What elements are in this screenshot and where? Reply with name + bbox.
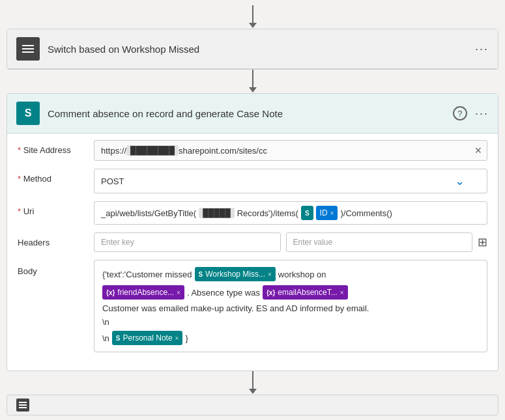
body-line-4: \n <box>102 317 479 327</box>
sharepoint-icon: S <box>16 102 40 125</box>
method-chevron-icon: ⌄ <box>455 174 465 188</box>
bottom-card <box>7 395 498 415</box>
svg-rect-0 <box>22 45 34 46</box>
headers-key-input[interactable]: Enter key <box>94 232 281 252</box>
workshop-chip-close-icon[interactable]: × <box>268 271 272 278</box>
body-line-5: \n S Personal Note × } <box>102 331 479 345</box>
personal-note-close-icon[interactable]: × <box>175 335 179 342</box>
uri-prefix-text: _api/web/lists/GetByTitle( <box>101 208 196 218</box>
body-newline-1: \n <box>102 317 109 327</box>
flow-arrow-bottom <box>252 371 253 389</box>
svg-rect-2 <box>22 51 34 53</box>
switch-card-more-button[interactable]: ··· <box>475 42 489 56</box>
method-label: * Method <box>18 169 86 184</box>
uri-row: * Uri _api/web/lists/GetByTitle(█████ Re… <box>18 201 487 225</box>
friend-chip-close-icon[interactable]: × <box>177 289 180 296</box>
svg-rect-5 <box>19 407 27 408</box>
headers-row: Headers Enter key Enter value ⊞ <box>18 232 487 252</box>
uri-input[interactable]: _api/web/lists/GetByTitle(█████ Records'… <box>94 201 487 225</box>
body-workshop-suffix: workshop on <box>278 270 326 279</box>
body-absence-mid: . Absence type was <box>187 288 260 298</box>
headers-table-icon[interactable]: ⊞ <box>478 235 487 249</box>
bottom-card-icon <box>16 399 29 412</box>
uri-id-close-icon[interactable]: × <box>330 210 334 217</box>
comment-card-title: Comment absence on record and generate C… <box>48 108 445 119</box>
uri-sp-chip: S <box>301 206 313 220</box>
site-address-clear-icon[interactable]: ✕ <box>474 145 482 156</box>
uri-label: * Uri <box>18 201 86 216</box>
body-row: Body {'text':'Customer missed S Workshop… <box>18 260 487 352</box>
flow-arrow-top <box>252 5 253 23</box>
headers-field: Enter key Enter value ⊞ <box>94 232 487 252</box>
site-address-label: * Site Address <box>18 140 86 155</box>
body-prefix-text: {'text':'Customer missed <box>102 270 192 279</box>
body-email-text: Customer was emailed make-up activity. E… <box>102 303 369 313</box>
switch-card: Switch based on Workshop Missed ··· <box>7 29 498 70</box>
site-address-row: * Site Address https://████████sharepoin… <box>18 140 487 161</box>
comment-card: S Comment absence on record and generate… <box>7 93 498 371</box>
body-input[interactable]: {'text':'Customer missed S Workshop Miss… <box>94 260 487 352</box>
headers-value-input[interactable]: Enter value <box>286 232 473 252</box>
body-line-3: Customer was emailed make-up activity. E… <box>102 303 479 313</box>
method-row: * Method POST ⌄ <box>18 169 487 193</box>
svg-rect-1 <box>22 48 34 49</box>
body-newline-2: \n <box>102 333 109 343</box>
site-address-input[interactable]: https://████████sharepoint.com/sites/cc <box>94 140 487 161</box>
site-address-field[interactable]: https://████████sharepoint.com/sites/cc … <box>94 140 487 161</box>
body-line-1: {'text':'Customer missed S Workshop Miss… <box>102 267 479 281</box>
help-button[interactable]: ? <box>453 106 467 120</box>
uri-masked-text: █████ <box>199 208 235 218</box>
workshop-chip[interactable]: S Workshop Miss... × <box>195 267 276 281</box>
svg-rect-3 <box>19 402 27 403</box>
comment-card-more-button[interactable]: ··· <box>475 107 489 120</box>
method-field[interactable]: POST ⌄ <box>94 169 487 193</box>
svg-rect-4 <box>19 404 27 406</box>
body-label: Body <box>18 260 86 276</box>
switch-icon <box>16 37 40 61</box>
switch-card-title: Switch based on Workshop Missed <box>48 44 467 55</box>
body-close-brace: } <box>185 333 188 343</box>
headers-label: Headers <box>18 232 86 247</box>
uri-field[interactable]: _api/web/lists/GetByTitle(█████ Records'… <box>94 201 487 225</box>
flow-arrow-middle <box>252 70 253 88</box>
uri-id-chip[interactable]: ID × <box>316 206 338 220</box>
masked-url: ████████ <box>126 145 179 156</box>
friend-absence-chip[interactable]: {x} friendAbsence... × <box>102 285 184 300</box>
personal-note-chip[interactable]: S Personal Note × <box>112 331 183 345</box>
body-field[interactable]: {'text':'Customer missed S Workshop Miss… <box>94 260 487 352</box>
body-line-2: {x} friendAbsence... × . Absence type wa… <box>102 285 479 300</box>
method-select[interactable]: POST ⌄ <box>94 169 487 193</box>
email-absence-chip[interactable]: {x} emailAbsenceT... × <box>263 285 348 300</box>
email-chip-close-icon[interactable]: × <box>340 289 344 296</box>
